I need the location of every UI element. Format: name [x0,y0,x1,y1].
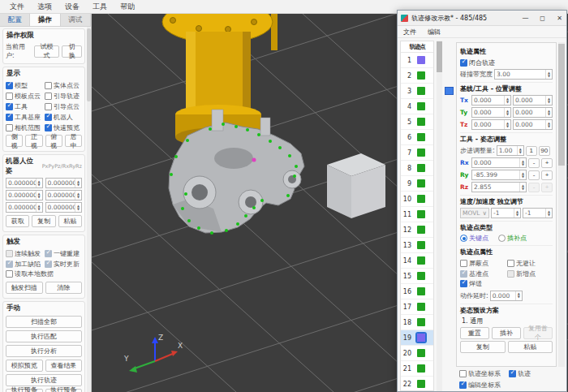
trajectory-point-row-5[interactable]: 5 [401,114,433,130]
interp-point-radio[interactable]: 插补点 [498,234,527,243]
decrement-button[interactable]: - [528,158,540,168]
trajectory-point-row-7[interactable]: 7 [401,145,433,161]
button-重置[interactable]: 重置 [460,327,489,339]
spinner-arrows-icon[interactable]: ▲▼ [545,108,552,117]
button-触发扫描[interactable]: 触发扫描 [6,282,43,294]
spinner-arrows-icon[interactable]: ▲▼ [75,191,81,200]
checkbox-一键重建[interactable]: 一键重建 [45,248,82,258]
step-quick-1-button[interactable]: 1 [526,146,537,156]
trajectory-point-row-20[interactable]: 20 [401,346,433,361]
spinner-arrows-icon[interactable]: ▲▼ [545,209,552,218]
spinner-arrows-icon[interactable]: ▲▼ [545,120,552,129]
step-spinner[interactable]: 1.00▲▼ [497,145,524,156]
menu-help[interactable]: 帮助 [114,1,141,13]
teach-titlebar[interactable]: 轨迹修改示教* - 485/485 — ◻ ✕ [398,11,566,26]
tab-config[interactable]: 配置 [0,14,30,26]
button-复用首个[interactable]: 复用首个 [523,327,553,339]
checkbox-新增点[interactable]: 新增点 [507,269,553,278]
trajectory-point-row-14[interactable]: 14 [401,253,433,269]
checkbox-焊缝[interactable]: 焊缝 [460,278,482,288]
button-执行预备点[interactable]: 执行预备点 [45,389,83,392]
button-执行匹配[interactable]: 执行匹配 [6,330,82,342]
checkbox-引导点云[interactable]: 引导点云 [45,101,82,111]
spinner-arrows-icon[interactable]: ▲▼ [36,191,42,200]
spinner-arrows-icon[interactable]: ▲▼ [504,96,510,105]
tab-operation[interactable]: 操作 [30,14,60,26]
spinner-arrows-icon[interactable]: ▲▼ [545,70,552,79]
point-list-scrollbar[interactable] [437,41,442,391]
menu-options[interactable]: 选项 [31,1,58,13]
checkbox-编辑坐标系[interactable]: 编辑坐标系 [459,380,501,390]
button-居中[interactable]: 居中 [65,135,82,147]
tab-debug[interactable]: 调试 [61,14,91,26]
button-插补[interactable]: 插补 [492,327,521,339]
button-执行轨迹[interactable]: 执行轨迹 [6,374,82,386]
properties-scrollbar[interactable] [558,42,565,367]
checkbox-连续触发[interactable]: 连续触发 [6,248,43,258]
trajectory-point-row-12[interactable]: 12 [401,222,433,238]
spinner[interactable]: 0.000000▲▼ [45,202,83,213]
spinner-arrows-icon[interactable]: ▲▼ [517,146,523,155]
trajectory-point-row-9[interactable]: 9 [401,176,433,192]
spinner[interactable]: -85.399▲▼ [471,170,527,180]
increment-button[interactable]: + [541,158,553,168]
trajectory-point-row-15[interactable]: 15 [401,269,433,284]
spinner-arrows-icon[interactable]: ▲▼ [504,108,510,117]
checkbox-工具[interactable]: 工具 [6,101,43,111]
trajectory-point-row-1[interactable]: 1 [401,53,433,68]
button-粘贴[interactable]: 粘贴 [58,215,82,227]
button-获取[interactable]: 获取 [6,215,29,227]
spinner[interactable]: 0.000000▲▼ [45,178,83,188]
button-执行预备动作[interactable]: 执行预备动作 [6,389,43,392]
spinner[interactable]: 0.000▲▼ [471,107,511,118]
button-清除[interactable]: 清除 [45,282,83,294]
spinner-arrows-icon[interactable]: ▲▼ [514,209,520,218]
spinner-arrows-icon[interactable]: ▲▼ [75,203,81,212]
decrement-button[interactable]: - [528,183,540,192]
checkbox-快速预览[interactable]: 快速预览 [45,123,82,132]
trajectory-point-row-17[interactable]: 17 [401,299,433,315]
button-复制[interactable]: 复制 [32,215,55,227]
increment-button[interactable]: + [541,183,553,192]
band-width-spinner[interactable]: 3.00▲▼ [494,69,553,80]
button-粘贴[interactable]: 粘贴 [508,341,553,353]
teach-menu-edit[interactable]: 编辑 [422,28,446,37]
spinner-arrows-icon[interactable]: ▲▼ [519,170,526,179]
point-size-slider-handle[interactable] [445,87,454,95]
spinner[interactable]: 0.000000▲▼ [6,178,43,188]
close-button[interactable]: ✕ [553,12,566,24]
panel-scrollbar[interactable] [87,27,91,392]
spinner-arrows-icon[interactable]: ▲▼ [515,291,522,300]
mode-button[interactable]: 试模式 [34,45,60,58]
trajectory-point-row-2[interactable]: 2 [401,68,433,84]
spinner[interactable]: 0.000▲▼ [513,95,553,106]
accel-spinner[interactable]: -1▲▼ [523,208,553,218]
decrement-button[interactable]: - [528,170,540,180]
closed-trajectory-checkbox[interactable]: 闭合轨迹 [460,58,495,67]
spinner[interactable]: 0.000▲▼ [471,119,511,130]
trajectory-point-row-6[interactable]: 6 [401,130,433,145]
checkbox-引导轨迹[interactable]: 引导轨迹 [45,91,82,101]
checkbox-屏蔽点[interactable]: 屏蔽点 [460,258,506,268]
spinner[interactable]: 2.855▲▼ [471,182,527,192]
checkbox-实时更新[interactable]: 实时更新 [45,259,82,269]
speed-spinner[interactable]: -1▲▼ [491,208,521,218]
button-侧视[interactable]: 侧视 [6,135,23,147]
menu-tools[interactable]: 工具 [86,1,114,13]
spinner-arrows-icon[interactable]: ▲▼ [36,203,42,212]
trajectory-point-row-10[interactable]: 10 [401,192,433,207]
trajectory-point-row-8[interactable]: 8 [401,161,433,176]
spinner[interactable]: 0.000▲▼ [471,157,527,168]
menu-devices[interactable]: 设备 [58,1,86,13]
spinner-arrows-icon[interactable]: ▲▼ [545,96,552,105]
checkbox-加工缺陷[interactable]: 加工缺陷 [6,259,43,269]
maximize-button[interactable]: ◻ [536,12,549,24]
spinner[interactable]: 0.000000▲▼ [6,202,43,213]
checkbox-模板点云[interactable]: 模板点云 [6,91,43,101]
trajectory-point-row-16[interactable]: 16 [401,284,433,299]
trajectory-point-row-4[interactable]: 4 [401,99,433,114]
spinner[interactable]: 0.000▲▼ [513,107,553,118]
spinner-arrows-icon[interactable]: ▲▼ [519,158,526,167]
step-quick-90-button[interactable]: 90 [539,146,550,156]
button-正视[interactable]: 正视 [25,135,42,147]
